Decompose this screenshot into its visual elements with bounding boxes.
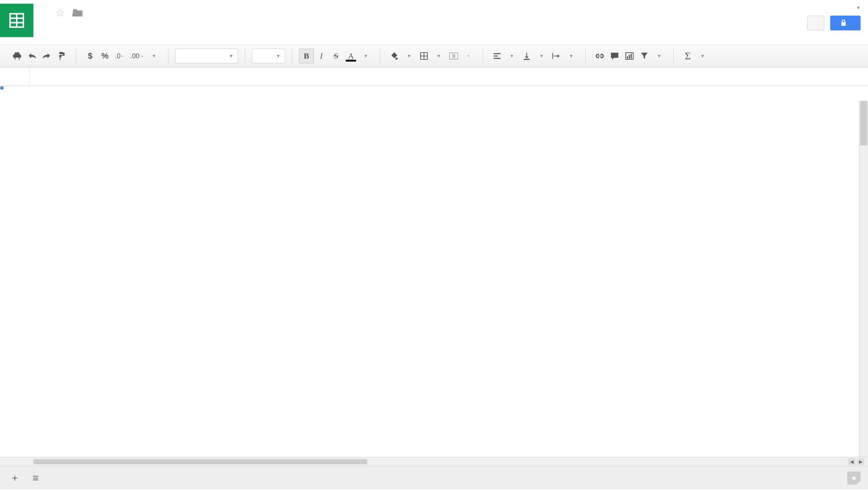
italic-button[interactable]: I xyxy=(314,49,329,63)
chevron-down-icon: ▼ xyxy=(539,53,544,59)
percent-button[interactable]: % xyxy=(98,49,112,63)
redo-button[interactable] xyxy=(39,49,54,63)
svg-rect-16 xyxy=(629,55,630,59)
header-main: ☆ xyxy=(41,4,807,40)
horizontal-scroll-area: ◀ ▶ xyxy=(0,457,868,466)
chevron-down-icon: ▼ xyxy=(700,53,705,59)
folder-icon[interactable] xyxy=(72,7,83,18)
header: ☆ ▼ xyxy=(0,0,868,45)
title-row: ☆ xyxy=(41,4,807,22)
text-wrap-button[interactable] xyxy=(549,49,564,63)
explore-button[interactable] xyxy=(847,471,861,485)
functions-dropdown[interactable]: ▼ xyxy=(695,49,710,63)
insert-link-button[interactable] xyxy=(592,49,607,63)
svg-rect-17 xyxy=(631,54,632,59)
chevron-down-icon: ▼ xyxy=(437,53,441,59)
toolbar: $ % .0← .00→ ▼ ▼ ▼ B I S A ▼ ▼ ▼ ▼ xyxy=(0,45,868,68)
fill-color-dropdown[interactable]: ▼ xyxy=(402,49,417,63)
filter-dropdown[interactable]: ▼ xyxy=(652,49,667,63)
sheet-tab-bar: + ≡ xyxy=(0,466,868,490)
fx-label[interactable] xyxy=(0,68,30,86)
user-account[interactable]: ▼ xyxy=(853,5,861,10)
header-right: ▼ xyxy=(807,4,861,30)
all-sheets-button[interactable]: ≡ xyxy=(28,471,43,486)
menu-insert[interactable] xyxy=(76,29,88,33)
vertical-scroll-thumb[interactable] xyxy=(860,101,867,145)
menu-help[interactable] xyxy=(136,29,148,33)
merge-cells-button[interactable] xyxy=(446,49,461,63)
add-sheet-button[interactable]: + xyxy=(7,471,22,486)
explore-icon xyxy=(851,475,857,481)
merge-dropdown[interactable]: ▼ xyxy=(461,49,476,63)
menu-edit[interactable] xyxy=(53,29,65,33)
cell-selection-outline xyxy=(0,86,2,88)
currency-button[interactable]: $ xyxy=(83,49,98,63)
scroll-left-button[interactable]: ◀ xyxy=(848,458,855,465)
scroll-right-button[interactable]: ▶ xyxy=(857,458,864,465)
chevron-down-icon: ▼ xyxy=(569,53,573,59)
chevron-down-icon: ▼ xyxy=(364,53,368,59)
sheets-logo[interactable] xyxy=(0,4,33,37)
menu-data[interactable] xyxy=(100,29,112,33)
decrease-decimal-button[interactable]: .0← xyxy=(112,49,128,63)
chevron-down-icon: ▼ xyxy=(510,53,514,59)
paint-format-button[interactable] xyxy=(54,49,69,63)
bold-button[interactable]: B xyxy=(299,49,314,63)
menu-tools[interactable] xyxy=(112,29,124,33)
grid-area xyxy=(0,86,868,457)
wrap-dropdown[interactable]: ▼ xyxy=(564,49,579,63)
vertical-align-button[interactable] xyxy=(519,49,534,63)
horizontal-scroll-thumb[interactable] xyxy=(33,459,367,464)
valign-dropdown[interactable]: ▼ xyxy=(534,49,549,63)
insert-comment-button[interactable] xyxy=(607,49,622,63)
menu-view[interactable] xyxy=(65,29,76,33)
chevron-down-icon: ▼ xyxy=(407,53,411,59)
horizontal-scrollbar[interactable] xyxy=(33,459,815,464)
menu-bar xyxy=(41,22,807,40)
spreadsheet-icon xyxy=(8,11,26,29)
chevron-down-icon: ▼ xyxy=(152,53,156,59)
font-size-select[interactable]: ▼ xyxy=(252,49,285,63)
chevron-down-icon: ▼ xyxy=(856,5,861,10)
lock-icon xyxy=(840,19,847,27)
share-button[interactable] xyxy=(830,16,861,30)
chevron-down-icon: ▼ xyxy=(466,53,471,59)
vertical-scrollbar[interactable] xyxy=(859,101,868,457)
fill-color-button[interactable] xyxy=(387,49,402,63)
star-icon[interactable]: ☆ xyxy=(56,7,65,19)
text-color-button[interactable]: A xyxy=(343,49,358,63)
undo-button[interactable] xyxy=(24,49,39,63)
chevron-down-icon: ▼ xyxy=(657,53,661,59)
functions-button[interactable]: Σ xyxy=(680,49,695,63)
insert-chart-button[interactable] xyxy=(622,49,637,63)
chevron-down-icon: ▼ xyxy=(229,53,233,59)
halign-dropdown[interactable]: ▼ xyxy=(504,49,519,63)
horizontal-align-button[interactable] xyxy=(490,49,504,63)
borders-dropdown[interactable]: ▼ xyxy=(431,49,446,63)
document-title[interactable] xyxy=(41,11,49,14)
menu-file[interactable] xyxy=(41,29,53,33)
chevron-down-icon: ▼ xyxy=(276,53,280,59)
menu-addons[interactable] xyxy=(124,29,136,33)
text-color-dropdown[interactable]: ▼ xyxy=(358,49,373,63)
formula-bar xyxy=(0,68,868,86)
number-format-button[interactable]: ▼ xyxy=(147,49,161,63)
header-buttons xyxy=(807,16,861,30)
fill-handle[interactable] xyxy=(0,86,4,90)
print-button[interactable] xyxy=(10,49,24,63)
font-select[interactable]: ▼ xyxy=(175,49,238,63)
increase-decimal-button[interactable]: .00→ xyxy=(128,49,147,63)
comments-button[interactable] xyxy=(807,16,824,30)
filter-button[interactable] xyxy=(637,49,652,63)
borders-button[interactable] xyxy=(417,49,431,63)
formula-input[interactable] xyxy=(30,72,868,82)
svg-rect-15 xyxy=(627,56,628,59)
menu-format[interactable] xyxy=(88,29,100,33)
text-color-swatch xyxy=(346,60,356,62)
strikethrough-button[interactable]: S xyxy=(329,49,343,63)
